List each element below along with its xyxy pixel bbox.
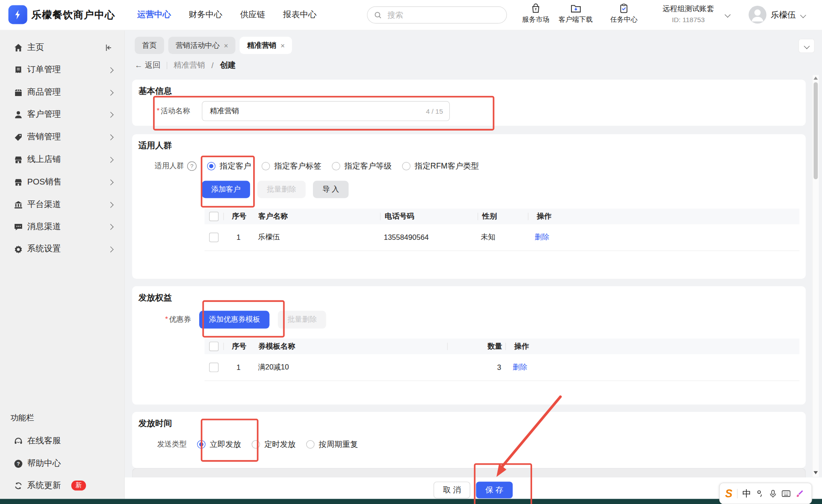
radio-customer-level[interactable]: 指定客户等级 bbox=[332, 161, 392, 171]
close-icon[interactable]: × bbox=[281, 41, 285, 50]
marketing-tag-icon bbox=[14, 132, 23, 142]
radio-send-recurring[interactable]: 按周期重复 bbox=[306, 439, 358, 450]
breadcrumb: ← 返回 精准营销 / 创建 bbox=[135, 60, 235, 70]
field-label-coupon: *优惠券 bbox=[165, 315, 191, 324]
main-content: 首页 营销活动中心 × 精准营销 × ← 返回 精准营销 / 创建 bbox=[124, 30, 822, 499]
search-icon bbox=[374, 11, 382, 19]
ime-engine-icon[interactable]: S bbox=[725, 487, 733, 500]
user-name[interactable]: 乐檬伍 bbox=[771, 0, 796, 30]
sidebar-item-help-center[interactable]: ? 帮助中心 bbox=[0, 452, 124, 475]
tool-task-center[interactable]: 任务中心 bbox=[603, 3, 645, 24]
breadcrumb-parent: 精准营销 bbox=[174, 60, 205, 70]
radio-specified-customer[interactable]: 指定客户 bbox=[207, 161, 251, 171]
radio-rfm-type[interactable]: 指定RFM客户类型 bbox=[402, 161, 479, 171]
chevron-down-icon bbox=[800, 12, 806, 18]
new-badge: 新 bbox=[71, 481, 86, 491]
nav-supply-chain[interactable]: 供应链 bbox=[240, 9, 265, 20]
add-customer-button[interactable]: 添加客户 bbox=[202, 181, 250, 198]
keyboard-icon[interactable] bbox=[782, 490, 791, 497]
field-label-send-type: 发送类型 bbox=[157, 440, 186, 449]
account-switcher[interactable]: 远程组测试账套 ID: 118753 bbox=[654, 4, 722, 23]
breadcrumb-divider: / bbox=[211, 61, 213, 69]
radio-send-scheduled[interactable]: 定时发放 bbox=[251, 439, 295, 450]
microphone-icon[interactable] bbox=[769, 489, 777, 498]
question-circle-icon: ? bbox=[14, 459, 23, 468]
clipboard-check-icon bbox=[618, 3, 629, 14]
batch-delete-button: 批量删除 bbox=[278, 311, 326, 328]
sidebar-item-online-support[interactable]: 在线客服 bbox=[0, 430, 124, 452]
chevron-right-icon bbox=[108, 134, 113, 140]
sidebar-item-online-store[interactable]: 线上店铺 bbox=[0, 148, 124, 171]
chevron-down-icon bbox=[803, 43, 809, 49]
pos-store-icon bbox=[14, 177, 23, 187]
help-icon[interactable]: ? bbox=[187, 162, 197, 171]
sidebar-item-customers[interactable]: 客户管理 bbox=[0, 103, 124, 126]
top-header: 乐檬餐饮商户中心 运营中心 财务中心 供应链 报表中心 服务市场 客户端下载 任… bbox=[0, 0, 822, 31]
vertical-scrollbar[interactable] bbox=[812, 75, 818, 477]
ime-tone-icon[interactable] bbox=[756, 489, 764, 498]
radio-customer-tag[interactable]: 指定客户标签 bbox=[262, 161, 321, 171]
select-all-checkbox[interactable] bbox=[209, 342, 219, 351]
global-search[interactable] bbox=[367, 6, 507, 23]
app-window: 乐檬餐饮商户中心 运营中心 财务中心 供应链 报表中心 服务市场 客户端下载 任… bbox=[0, 0, 822, 504]
sidebar-item-pos-sales[interactable]: POS销售 bbox=[0, 171, 124, 193]
activity-name-input[interactable] bbox=[208, 106, 426, 115]
add-coupon-template-button[interactable]: 添加优惠券模板 bbox=[200, 311, 270, 328]
row-checkbox[interactable] bbox=[209, 233, 219, 242]
message-icon bbox=[14, 222, 23, 231]
sidebar-item-system-update[interactable]: 系统更新 新 bbox=[0, 474, 124, 497]
sidebar-item-marketing[interactable]: 营销管理 bbox=[0, 126, 124, 148]
sidebar-item-products[interactable]: 商品管理 bbox=[0, 81, 124, 104]
product-icon bbox=[14, 88, 23, 97]
chevron-right-icon bbox=[108, 179, 113, 185]
sidebar-item-platform-channels[interactable]: 平台渠道 bbox=[0, 193, 124, 216]
chevron-right-icon bbox=[108, 67, 113, 73]
save-button[interactable]: 保 存 bbox=[476, 481, 513, 498]
sidebar-item-message-channels[interactable]: 消息渠道 bbox=[0, 215, 124, 238]
bag-icon bbox=[531, 3, 541, 14]
radio-dot bbox=[251, 440, 260, 449]
import-button[interactable]: 导 入 bbox=[313, 181, 348, 198]
chevron-right-icon bbox=[108, 202, 113, 208]
coupon-table: 序号 券模板名称 数量 操作 1 满20减10 3 删除 bbox=[205, 339, 799, 381]
scroll-down-icon[interactable] bbox=[814, 471, 818, 474]
back-button[interactable]: ← 返回 bbox=[135, 60, 160, 70]
field-label-audience: 适用人群 ? bbox=[154, 162, 197, 171]
section-benefits: 发放权益 *优惠券 添加优惠券模板 批量删除 序号 券模板名称 数量 操作 bbox=[132, 286, 806, 405]
tool-service-market[interactable]: 服务市场 bbox=[515, 3, 557, 24]
section-title: 适用人群 bbox=[139, 140, 172, 151]
bottom-action-bar bbox=[124, 477, 822, 499]
avatar[interactable] bbox=[749, 6, 766, 23]
cancel-button[interactable]: 取 消 bbox=[433, 481, 470, 498]
radio-send-immediately[interactable]: 立即发放 bbox=[197, 439, 241, 450]
scrollbar-thumb[interactable] bbox=[814, 82, 818, 179]
tab-home[interactable]: 首页 bbox=[135, 37, 164, 54]
select-all-checkbox[interactable] bbox=[209, 212, 219, 221]
scroll-up-icon[interactable] bbox=[814, 77, 818, 80]
headset-icon bbox=[14, 436, 23, 446]
ime-language-toggle[interactable]: 中 bbox=[742, 487, 751, 499]
nav-operations[interactable]: 运营中心 bbox=[137, 9, 171, 20]
sidebar-item-home[interactable]: 主页 bbox=[0, 36, 124, 59]
delete-row-link[interactable]: 删除 bbox=[504, 363, 799, 372]
tool-client-download[interactable]: 客户端下载 bbox=[555, 3, 597, 24]
ime-toolbar[interactable]: S 中 bbox=[719, 483, 812, 504]
chevron-right-icon bbox=[108, 224, 113, 230]
row-checkbox[interactable] bbox=[209, 363, 219, 372]
tab-overflow-button[interactable] bbox=[799, 39, 815, 53]
search-input[interactable] bbox=[386, 10, 494, 20]
collapse-sidebar-icon[interactable] bbox=[104, 43, 113, 52]
close-icon[interactable]: × bbox=[224, 41, 228, 50]
sidebar-footer-title: 功能栏 bbox=[11, 413, 34, 423]
sidebar-item-orders[interactable]: 订单管理 bbox=[0, 59, 124, 81]
nav-finance[interactable]: 财务中心 bbox=[189, 9, 222, 20]
customer-table-row: 1 乐檬伍 13558490564 未知 删除 bbox=[205, 224, 799, 251]
nav-reports[interactable]: 报表中心 bbox=[283, 9, 317, 20]
sidebar-item-settings[interactable]: 系统设置 bbox=[0, 238, 124, 261]
skin-brush-icon[interactable] bbox=[795, 489, 804, 498]
delete-row-link[interactable]: 删除 bbox=[526, 233, 799, 242]
tab-precision-marketing[interactable]: 精准营销 × bbox=[239, 37, 292, 54]
tab-marketing-center[interactable]: 营销活动中心 × bbox=[168, 37, 235, 54]
radio-dot-selected bbox=[207, 162, 216, 170]
top-nav: 运营中心 财务中心 供应链 报表中心 bbox=[137, 0, 316, 30]
